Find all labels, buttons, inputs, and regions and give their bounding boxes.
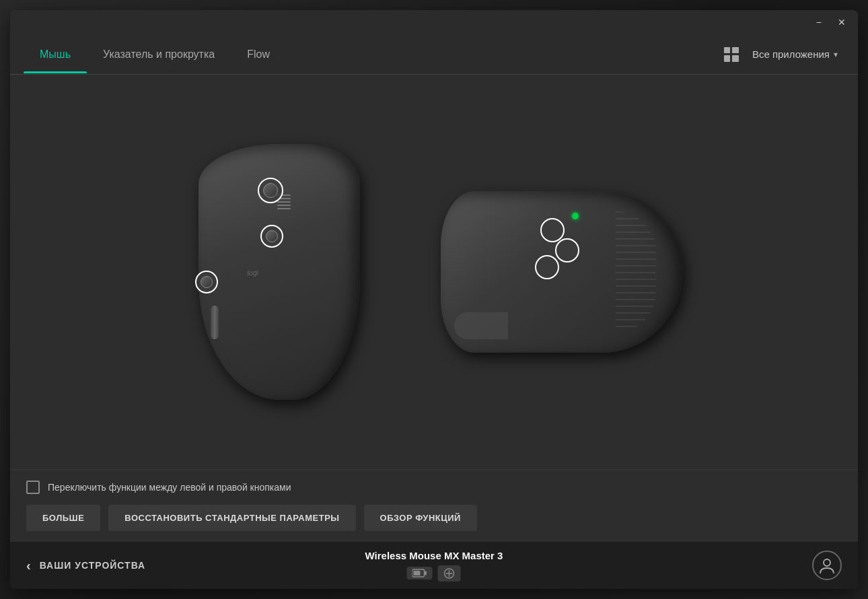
- ridge-3: [277, 201, 291, 203]
- scroll-wheel-inner: [263, 183, 278, 198]
- side-button[interactable]: [195, 271, 218, 293]
- back-chevron-icon: ‹: [26, 558, 32, 573]
- right-button-2[interactable]: [555, 238, 579, 262]
- brand-text: logi: [247, 268, 259, 277]
- user-avatar[interactable]: [812, 551, 842, 580]
- footer: ‹ ВАШИ УСТРОЙСТВА Wireless Mouse MX Mast…: [10, 542, 858, 589]
- grid-view-icon[interactable]: [724, 47, 739, 62]
- button-row: БОЛЬШЕ ВОССТАНОВИТЬ СТАНДАРТНЫЕ ПАРАМЕТР…: [26, 505, 842, 531]
- right-button-1[interactable]: [540, 218, 565, 242]
- ridge-5: [277, 208, 291, 209]
- bottom-controls: Переключить функции между левой и правой…: [10, 469, 858, 542]
- close-button[interactable]: ✕: [834, 15, 850, 29]
- settings-icon-badge: [438, 565, 461, 582]
- connection-icon: [443, 567, 456, 579]
- title-bar-controls: − ✕: [812, 15, 850, 29]
- app-selector[interactable]: Все приложения ▾: [746, 44, 844, 64]
- more-button[interactable]: БОЛЬШЕ: [26, 505, 100, 531]
- user-icon: [818, 556, 836, 575]
- mouse-side-view: [441, 184, 683, 359]
- tab-mouse[interactable]: Мышь: [24, 36, 87, 73]
- thumb-rest: [454, 312, 508, 339]
- mouse-stripes: [616, 211, 656, 332]
- led-indicator: [572, 213, 579, 219]
- device-info: Wireless Mouse MX Master 3: [365, 550, 503, 582]
- middle-button[interactable]: [260, 225, 283, 248]
- mouse-body-right: [441, 191, 683, 353]
- tab-flow[interactable]: Flow: [231, 36, 286, 73]
- checkbox-row: Переключить функции между левой и правой…: [26, 481, 842, 494]
- tab-right-controls: Все приложения ▾: [724, 44, 844, 64]
- main-window: − ✕ Мышь Указатель и прокрутка Flow: [10, 10, 858, 589]
- right-button-3[interactable]: [535, 255, 559, 279]
- side-scroll-wheel: [211, 306, 219, 339]
- svg-rect-1: [425, 571, 427, 575]
- title-bar: − ✕: [10, 10, 858, 34]
- tab-pointer-scroll[interactable]: Указатель и прокрутка: [87, 36, 231, 73]
- tab-bar: Мышь Указатель и прокрутка Flow Все прил…: [10, 34, 858, 75]
- scroll-wheel-button[interactable]: [258, 178, 283, 203]
- battery-icon-badge: [407, 567, 433, 579]
- chevron-down-icon: ▾: [834, 50, 838, 59]
- device-name: Wireless Mouse MX Master 3: [365, 550, 503, 561]
- mouse-front-view: logi: [185, 131, 387, 413]
- svg-point-6: [824, 559, 830, 566]
- battery-icon: [412, 569, 427, 577]
- svg-rect-2: [414, 571, 421, 575]
- middle-button-inner: [266, 230, 278, 242]
- main-content: logi: [10, 75, 858, 542]
- side-button-inner: [201, 276, 213, 288]
- mouse-display: logi: [10, 75, 858, 469]
- overview-button[interactable]: ОБЗОР ФУНКЦИЙ: [364, 505, 477, 531]
- minimize-button[interactable]: −: [812, 15, 826, 29]
- app-selector-label: Все приложения: [752, 48, 830, 60]
- ridge-4: [277, 205, 291, 206]
- tabs-container: Мышь Указатель и прокрутка Flow: [24, 36, 724, 73]
- back-button[interactable]: ‹ ВАШИ УСТРОЙСТВА: [26, 558, 145, 573]
- back-label: ВАШИ УСТРОЙСТВА: [40, 560, 146, 571]
- restore-button[interactable]: ВОССТАНОВИТЬ СТАНДАРТНЫЕ ПАРАМЕТРЫ: [108, 505, 355, 531]
- swap-buttons-checkbox[interactable]: [26, 481, 40, 494]
- swap-buttons-label: Переключить функции между левой и правой…: [48, 482, 291, 493]
- device-icons: [365, 565, 503, 582]
